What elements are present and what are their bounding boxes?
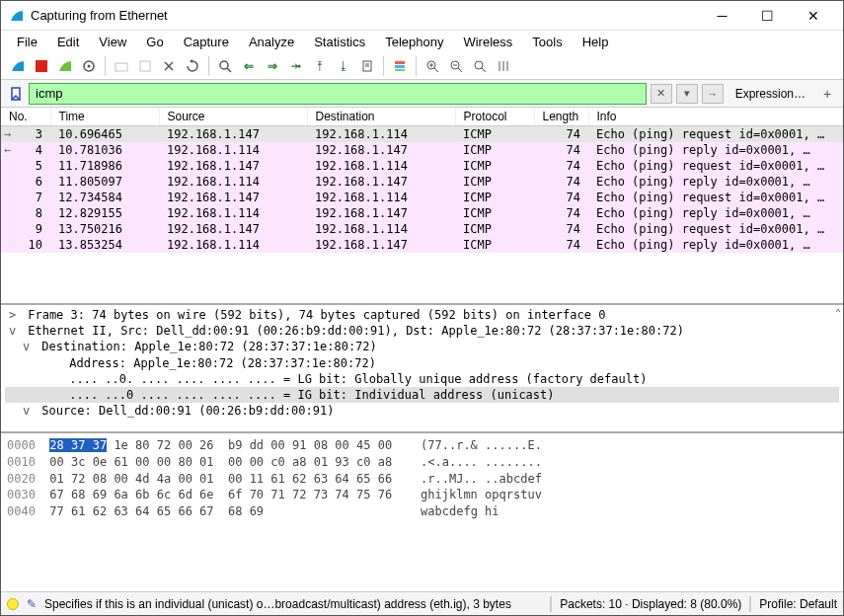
colorize-button[interactable]	[389, 55, 411, 77]
detail-line[interactable]: v Source: Dell_dd:00:91 (00:26:b9:dd:00:…	[5, 403, 839, 419]
clear-filter-button[interactable]: ✕	[651, 84, 672, 104]
column-header[interactable]: Protocol	[455, 108, 534, 126]
expert-info-icon[interactable]	[7, 598, 19, 610]
detail-line[interactable]: .... ..0. .... .... .... .... = LG bit: …	[5, 371, 839, 387]
menu-go[interactable]: Go	[136, 33, 173, 51]
zoom-out-button[interactable]	[445, 55, 467, 77]
svg-rect-10	[395, 61, 405, 64]
menu-wireless[interactable]: Wireless	[453, 33, 522, 51]
edit-icon[interactable]: ✎	[27, 597, 37, 611]
hex-row[interactable]: 0020 01 72 08 00 4d 4a 00 01 00 11 61 62…	[7, 471, 837, 488]
zoom-in-button[interactable]	[422, 55, 443, 77]
packet-cell: 12.734584	[50, 190, 159, 205]
start-capture-button[interactable]	[7, 55, 29, 77]
packet-bytes-pane[interactable]: 0000 28 37 37 1e 80 72 00 26 b9 dd 00 91…	[1, 433, 843, 591]
hex-row[interactable]: 0030 67 68 69 6a 6b 6c 6d 6e 6f 70 71 72…	[7, 487, 837, 503]
menu-bar: FileEditViewGoCaptureAnalyzeStatisticsTe…	[1, 31, 843, 52]
detail-line[interactable]: v Destination: Apple_1e:80:72 (28:37:37:…	[5, 339, 839, 354]
column-header[interactable]: Time	[50, 108, 159, 126]
menu-analyze[interactable]: Analyze	[239, 33, 304, 51]
menu-file[interactable]: File	[7, 33, 47, 51]
packet-cell: 74	[534, 142, 588, 158]
capture-options-button[interactable]	[78, 55, 100, 77]
go-first-button[interactable]: ⭱	[309, 55, 331, 77]
column-header[interactable]: No.	[1, 108, 50, 126]
hex-row[interactable]: 0010 00 3c 0e 61 00 00 80 01 00 00 c0 a8…	[7, 454, 837, 471]
display-filter-input[interactable]	[29, 83, 647, 105]
packet-cell: ←4	[1, 142, 50, 158]
packet-cell: 192.168.1.147	[159, 221, 307, 237]
menu-statistics[interactable]: Statistics	[304, 33, 375, 51]
detail-line[interactable]: Address: Apple_1e:80:72 (28:37:37:1e:80:…	[5, 355, 839, 371]
auto-scroll-button[interactable]	[356, 55, 378, 77]
packet-cell: ICMP	[455, 158, 534, 174]
add-filter-button[interactable]: +	[817, 86, 837, 102]
hex-offset: 0030	[7, 488, 49, 501]
column-header[interactable]: Length	[534, 108, 588, 126]
menu-tools[interactable]: Tools	[522, 33, 572, 51]
menu-help[interactable]: Help	[573, 33, 619, 51]
packet-cell: 74	[534, 158, 588, 174]
hex-row[interactable]: 0000 28 37 37 1e 80 72 00 26 b9 dd 00 91…	[7, 437, 837, 454]
packet-row[interactable]: 812.829155192.168.1.114192.168.1.147ICMP…	[1, 205, 843, 221]
find-packet-button[interactable]	[214, 55, 236, 77]
packet-cell: 192.168.1.147	[307, 142, 455, 158]
stop-capture-button[interactable]	[31, 55, 52, 77]
packet-row[interactable]: 913.750216192.168.1.147192.168.1.114ICMP…	[1, 221, 843, 237]
packet-row[interactable]: →310.696465192.168.1.147192.168.1.114ICM…	[1, 126, 843, 143]
menu-capture[interactable]: Capture	[174, 33, 239, 51]
go-back-button[interactable]: ⇐	[238, 55, 260, 77]
detail-line[interactable]: .... ...0 .... .... .... .... = IG bit: …	[5, 387, 839, 403]
packet-cell: 11.718986	[50, 158, 159, 174]
packet-row[interactable]: 1013.853254192.168.1.114192.168.1.147ICM…	[1, 237, 843, 253]
close-file-button[interactable]	[158, 55, 180, 77]
packet-row[interactable]: 511.718986192.168.1.147192.168.1.114ICMP…	[1, 158, 843, 174]
menu-edit[interactable]: Edit	[47, 33, 89, 51]
hex-row[interactable]: 0040 77 61 62 63 64 65 66 67 68 69 wabcd…	[7, 503, 837, 520]
apply-filter-button[interactable]: →	[702, 84, 724, 104]
go-to-packet-button[interactable]: ⤞	[285, 55, 307, 77]
svg-rect-4	[140, 61, 150, 71]
menu-view[interactable]: View	[89, 33, 136, 51]
close-button[interactable]: ✕	[791, 2, 835, 30]
status-profile[interactable]: Profile: Default	[759, 597, 837, 611]
bookmark-filter-icon[interactable]	[7, 85, 25, 103]
column-header[interactable]: Destination	[307, 108, 455, 126]
open-file-button[interactable]	[111, 55, 132, 77]
packet-cell: Echo (ping) reply id=0x0001, …	[588, 205, 843, 221]
resize-columns-button[interactable]	[493, 55, 514, 77]
packet-cell: Echo (ping) request id=0x0001, …	[588, 190, 843, 205]
save-button[interactable]	[134, 55, 156, 77]
hex-offset: 0040	[7, 504, 49, 518]
packet-row[interactable]: 611.805097192.168.1.114192.168.1.147ICMP…	[1, 174, 843, 190]
menu-telephony[interactable]: Telephony	[375, 33, 453, 51]
detail-line[interactable]: v Ethernet II, Src: Dell_dd:00:91 (00:26…	[5, 323, 839, 339]
expression-button[interactable]: Expression…	[728, 87, 813, 101]
go-last-button[interactable]: ⭳	[333, 55, 354, 77]
maximize-button[interactable]: ☐	[745, 2, 790, 30]
packet-cell: 192.168.1.147	[307, 174, 455, 190]
reload-button[interactable]	[182, 55, 203, 77]
hex-offset: 0010	[7, 455, 49, 469]
packet-row[interactable]: 712.734584192.168.1.147192.168.1.114ICMP…	[1, 190, 843, 205]
packet-cell: 74	[534, 190, 588, 205]
restart-capture-button[interactable]	[54, 55, 76, 77]
go-forward-button[interactable]: ⇒	[262, 55, 283, 77]
svg-rect-3	[115, 63, 127, 71]
column-header[interactable]: Info	[588, 108, 843, 126]
minimize-button[interactable]: ─	[700, 2, 744, 30]
toolbar-separator	[383, 56, 384, 76]
detail-line[interactable]: > Frame 3: 74 bytes on wire (592 bits), …	[5, 307, 839, 323]
packet-list-pane[interactable]: No.TimeSourceDestinationProtocolLengthIn…	[1, 108, 843, 305]
scroll-indicator: ⌃	[835, 307, 841, 318]
packet-cell: 74	[534, 237, 588, 253]
packet-row[interactable]: ←410.781036192.168.1.114192.168.1.147ICM…	[1, 142, 843, 158]
zoom-reset-button[interactable]	[469, 55, 491, 77]
packet-details-pane[interactable]: ⌃ > Frame 3: 74 bytes on wire (592 bits)…	[1, 305, 843, 433]
column-header[interactable]: Source	[159, 108, 307, 126]
filter-history-button[interactable]: ▾	[676, 84, 698, 104]
detail-text: .... ...0 .... .... .... .... = IG bit: …	[62, 388, 555, 402]
packet-cell: 10.781036	[50, 142, 159, 158]
packet-cell: 74	[534, 126, 588, 143]
hex-ascii: wabcdefg hi	[421, 504, 499, 518]
